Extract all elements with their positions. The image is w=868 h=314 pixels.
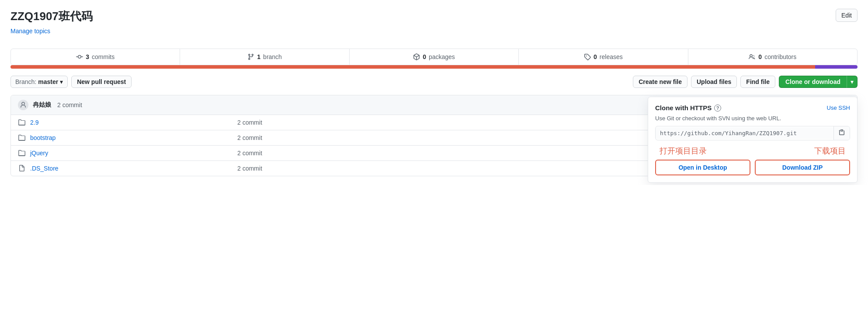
packages-icon	[413, 53, 420, 60]
folder-icon	[18, 149, 26, 157]
commit-user-label: 冉姑娘	[33, 101, 51, 109]
repo-toolbar: Branch: master ▾ New pull request Create…	[10, 76, 858, 88]
stats-bar: 3 commits 1 branch 0 packages 0 releases	[10, 49, 858, 65]
folder-icon	[18, 119, 26, 126]
branch-count: 1	[257, 53, 260, 60]
clone-https-title: Clone with HTTPS ?	[655, 104, 721, 112]
branch-icon	[247, 53, 254, 60]
language-bar	[10, 65, 858, 69]
commits-count: 3	[86, 53, 89, 60]
packages-label: packages	[429, 53, 455, 60]
branches-stat[interactable]: 1 branch	[180, 49, 349, 65]
clone-dropdown-header: Clone with HTTPS ? Use SSH	[655, 104, 850, 112]
branch-select[interactable]: Branch: master ▾	[10, 76, 68, 88]
edit-button[interactable]: Edit	[836, 9, 858, 22]
use-ssh-link[interactable]: Use SSH	[827, 105, 850, 111]
commits-icon	[76, 53, 83, 60]
clone-or-download-group: Clone or download ▾ Clone with HTTPS ? U…	[779, 76, 858, 88]
new-pull-request-button[interactable]: New pull request	[71, 76, 132, 88]
clone-or-download-button[interactable]: Clone or download	[779, 76, 847, 88]
annotation-download-label: 下载项目	[814, 146, 846, 156]
contributors-label: contributors	[764, 53, 796, 60]
contributors-stat[interactable]: 0 contributors	[688, 49, 857, 65]
releases-stat[interactable]: 0 releases	[519, 49, 688, 65]
clone-url-input[interactable]	[656, 127, 833, 139]
packages-count: 0	[423, 53, 426, 60]
file-commit-label: 2 commit	[237, 134, 643, 141]
find-file-button[interactable]: Find file	[740, 76, 775, 88]
repo-title: ZZQ1907班代码	[10, 9, 93, 24]
contributors-count: 0	[758, 53, 762, 60]
annotation-open-label: 打开项目目录	[660, 146, 707, 156]
commits-stat[interactable]: 3 commits	[11, 49, 180, 65]
download-zip-button[interactable]: Download ZIP	[755, 160, 850, 175]
branch-name-label: master	[38, 78, 58, 85]
file-name-link[interactable]: .DS_Store	[30, 165, 233, 172]
packages-stat[interactable]: 0 packages	[350, 49, 519, 65]
clone-https-label: Clone with HTTPS	[655, 104, 712, 112]
commit-avatar	[18, 100, 28, 110]
create-new-file-button[interactable]: Create new file	[633, 76, 687, 88]
toolbar-right: Create new file Upload files Find file C…	[633, 76, 858, 88]
clipboard-icon	[838, 129, 845, 136]
file-name-link[interactable]: bootstrap	[30, 134, 233, 141]
lang-purple	[815, 65, 858, 69]
clone-copy-button[interactable]	[833, 126, 850, 140]
folder-icon	[18, 134, 26, 142]
branch-label: branch	[263, 53, 282, 60]
file-icon	[18, 164, 26, 172]
branch-prefix-label: Branch:	[15, 78, 36, 85]
file-name-link[interactable]: jQuery	[30, 150, 233, 157]
lang-orange	[10, 65, 815, 69]
open-in-desktop-button[interactable]: Open in Desktop	[655, 160, 750, 175]
releases-count: 0	[594, 53, 597, 60]
upload-files-button[interactable]: Upload files	[691, 76, 737, 88]
commits-label: commits	[92, 53, 115, 60]
toolbar-left: Branch: master ▾ New pull request	[10, 76, 132, 88]
file-commit-label: 2 commit	[237, 150, 643, 157]
releases-icon	[584, 53, 591, 60]
clone-url-box	[655, 126, 850, 140]
clone-dropdown-panel: Clone with HTTPS ? Use SSH Use Git or ch…	[648, 97, 858, 183]
commit-message-label: 2 commit	[57, 101, 82, 108]
clone-subtitle: Use Git or checkout with SVN using the w…	[655, 115, 850, 122]
file-name-link[interactable]: 2.9	[30, 119, 233, 126]
contributors-icon	[749, 53, 756, 60]
file-commit-label: 2 commit	[237, 119, 643, 126]
branch-caret-icon: ▾	[60, 78, 63, 85]
releases-label: releases	[600, 53, 623, 60]
file-commit-label: 2 commit	[237, 165, 643, 172]
manage-topics-link[interactable]: Manage topics	[10, 28, 50, 35]
clone-or-download-caret[interactable]: ▾	[847, 76, 858, 88]
clone-help-icon[interactable]: ?	[714, 105, 721, 112]
clone-actions: Open in Desktop Download ZIP	[655, 160, 850, 175]
